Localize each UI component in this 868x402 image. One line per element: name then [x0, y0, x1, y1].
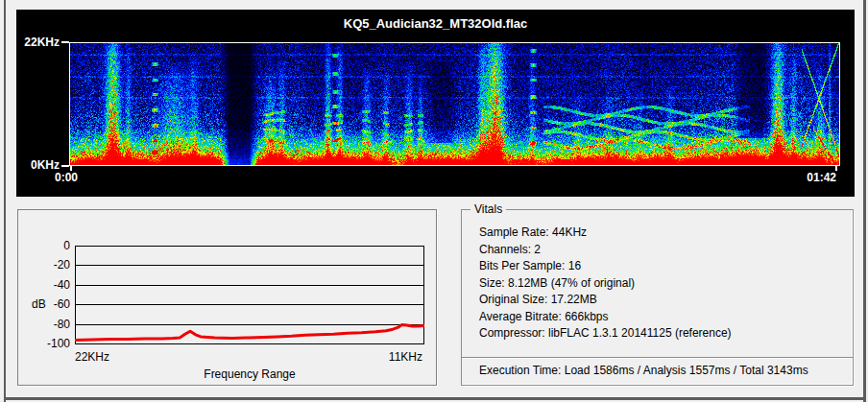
vitals-line-bits: Bits Per Sample: 16 — [479, 258, 732, 275]
window-border-bottom — [4, 397, 866, 400]
vitals-lines: Sample Rate: 44KHz Channels: 2 Bits Per … — [479, 225, 732, 343]
vitals-groupbox: Vitals Sample Rate: 44KHz Channels: 2 Bi… — [461, 209, 854, 386]
vitals-line-channels: Channels: 2 — [479, 242, 732, 259]
spectrum-curve — [75, 325, 424, 341]
vitals-line-bitrate: Average Bitrate: 666kbps — [479, 309, 732, 326]
time-end-label: 01:42 — [807, 171, 836, 184]
freq-axis-top-label: 22KHz — [16, 35, 60, 49]
freq-range-end-label: 11KHz — [389, 350, 422, 364]
x-axis-title: Frequency Range — [75, 367, 424, 381]
spectrogram-panel: KQ5_Audician32_MT32Old.flac 22KHz 0KHz 0… — [16, 10, 855, 197]
vitals-groupbox-title: Vitals — [470, 202, 506, 216]
frequency-analysis-panel: 0-20-40-60-80-100 dB 22KHz 11KHz Frequen… — [17, 209, 437, 386]
db-axis-title: dB — [32, 297, 46, 311]
freq-range-start-label: 22KHz — [75, 350, 109, 364]
spectrogram-title: KQ5_Audician32_MT32Old.flac — [16, 16, 855, 31]
spectrogram-canvas — [70, 43, 839, 165]
db-tick-label: 0 — [24, 239, 70, 252]
vitals-separator — [462, 357, 853, 359]
vitals-line-sample-rate: Sample Rate: 44KHz — [479, 225, 732, 242]
freq-axis-bottom-label: 0KHz — [16, 158, 60, 172]
window-border-right — [863, 0, 866, 402]
db-tick-label: -100 — [24, 337, 70, 350]
db-tick-label: -80 — [24, 318, 70, 331]
db-tick-label: -20 — [24, 258, 70, 272]
db-tick-label: -40 — [24, 278, 70, 292]
vitals-line-compressor: Compressor: libFLAC 1.3.1 20141125 (refe… — [479, 325, 732, 343]
vitals-line-original-size: Original Size: 17.22MB — [479, 292, 732, 309]
window-border-left — [4, 0, 6, 402]
vitals-line-size: Size: 8.12MB (47% of original) — [479, 275, 732, 293]
spectrum-line-chart — [75, 246, 424, 344]
execution-time-text: Execution Time: Load 1586ms / Analysis 1… — [479, 364, 808, 377]
spectro-window: KQ5_Audician32_MT32Old.flac 22KHz 0KHz 0… — [0, 0, 868, 402]
time-start-label: 0:00 — [55, 171, 78, 184]
freq-axis-bottom-tick — [61, 165, 69, 167]
freq-axis-top-tick — [61, 41, 69, 43]
spectrogram-plot — [69, 42, 840, 166]
